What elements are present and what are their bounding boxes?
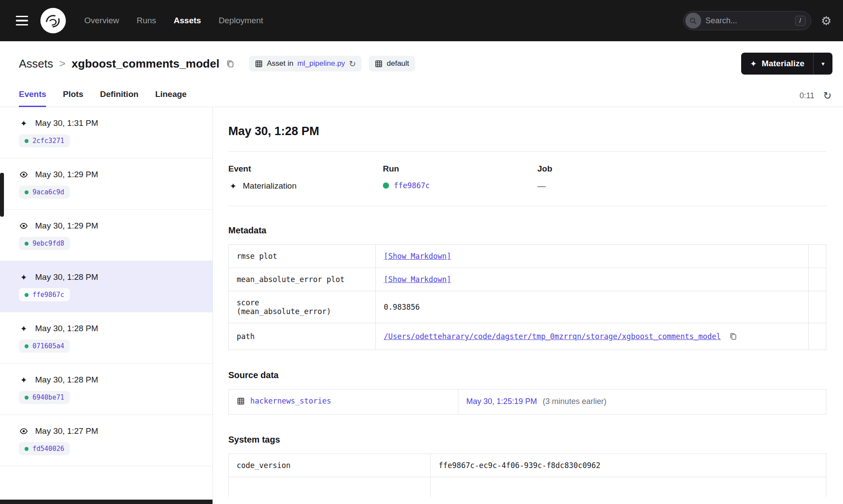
show-markdown-link[interactable]: [Show Markdown] (384, 252, 451, 261)
run-id-badge[interactable]: 9aca6c9d (19, 186, 70, 199)
event-time: May 30, 1:28 PM (35, 272, 98, 282)
nav-item-assets[interactable]: Assets (174, 16, 201, 25)
page-title: xgboost_comments_model (72, 57, 220, 71)
tab-events[interactable]: Events (19, 83, 46, 107)
tab-plots[interactable]: Plots (63, 83, 83, 107)
search-icon[interactable] (685, 13, 701, 29)
metadata-actions-cell (809, 291, 826, 323)
refresh-timer: 0:11 (800, 91, 814, 100)
dagster-logo-icon[interactable] (40, 8, 66, 33)
materialization-icon: ✦ (19, 272, 29, 282)
run-id-badge[interactable]: 2cfc3271 (19, 134, 70, 147)
event-column-label: Event (228, 164, 383, 174)
tabs-bar: Events Plots Definition Lineage 0:11 ↻ (0, 83, 843, 107)
event-list-item-selected[interactable]: ✦ May 30, 1:28 PM ffe9867c (0, 261, 213, 312)
run-status-dot (25, 190, 29, 194)
asset-group-badge[interactable]: default (369, 56, 415, 71)
system-tag-key: code_version (229, 454, 431, 477)
table-icon (237, 397, 245, 405)
event-list-item[interactable]: ✦ May 30, 1:28 PM 6940be71 (0, 364, 213, 415)
event-list-item[interactable]: ✦ May 30, 1:28 PM 071605a4 (0, 312, 213, 364)
copy-path-button[interactable] (727, 330, 739, 343)
materialization-icon: ✦ (19, 375, 29, 385)
run-id-badge[interactable]: fd540026 (19, 442, 70, 455)
search-shortcut-key: / (795, 16, 806, 26)
event-time: May 30, 1:28 PM (35, 324, 98, 333)
nav-item-deployment[interactable]: Deployment (219, 16, 263, 25)
run-id-badge[interactable]: ffe9867c (19, 288, 70, 301)
event-list-sidebar: ✦ May 30, 1:31 PM 2cfc3271 May 30, 1:29 … (0, 107, 213, 504)
metadata-key: rmse plot (229, 245, 376, 268)
source-timestamp-link[interactable]: May 30, 1:25:19 PM (466, 397, 537, 406)
refresh-icon[interactable]: ↻ (823, 91, 832, 101)
job-value: — (537, 181, 692, 191)
run-id-link[interactable]: ffe9867c (394, 181, 430, 190)
event-list-item[interactable]: May 30, 1:29 PM 9aca6c9d (0, 158, 213, 210)
run-column-label: Run (383, 164, 537, 174)
observation-eye-icon (19, 222, 29, 230)
source-asset-name: hackernews_stories (250, 397, 331, 405)
content-area: ✦ May 30, 1:31 PM 2cfc3271 May 30, 1:29 … (0, 107, 843, 504)
system-tags-table: code_version ffe9867c-ec9c-4f06-939c-f8d… (228, 454, 826, 497)
system-tag-value: ffe9867c-ec9c-4f06-939c-f8dc830c0962 (431, 454, 826, 477)
run-status-dot (25, 344, 29, 348)
event-time: May 30, 1:31 PM (35, 118, 98, 128)
system-tags-section-title: System tags (228, 435, 826, 445)
event-list-item[interactable]: May 30, 1:29 PM 9ebc9fd8 (0, 210, 213, 261)
materialization-icon: ✦ (19, 324, 29, 333)
sidebar-vertical-scrollbar[interactable] (0, 173, 4, 217)
metadata-section-title: Metadata (228, 225, 826, 236)
event-list-item[interactable]: May 30, 1:27 PM fd540026 (0, 415, 213, 466)
source-asset-link[interactable]: hackernews_stories (237, 397, 331, 405)
search-input[interactable] (706, 16, 791, 25)
event-time: May 30, 1:29 PM (35, 221, 98, 231)
tab-definition[interactable]: Definition (100, 83, 139, 107)
event-detail-heading: May 30, 1:28 PM (228, 125, 826, 138)
run-status-dot (25, 396, 29, 400)
run-id-badge[interactable]: 6940be71 (19, 391, 70, 404)
run-id-badge[interactable]: 9ebc9fd8 (19, 237, 70, 250)
menu-icon[interactable] (13, 13, 31, 29)
table-row (229, 477, 826, 497)
run-status-dot (383, 182, 389, 189)
divider (228, 206, 826, 206)
asset-location-badge: Asset in ml_pipeline.py ↻ (249, 56, 362, 71)
page-header: Assets > xgboost_comments_model Asset in… (0, 41, 843, 83)
table-row: path /Users/odetteharary/code/dagster/tm… (229, 323, 826, 350)
pipeline-file-link[interactable]: ml_pipeline.py (297, 59, 345, 68)
show-markdown-link[interactable]: [Show Markdown] (384, 275, 451, 284)
group-name-label: default (387, 59, 409, 68)
tab-lineage[interactable]: Lineage (155, 83, 187, 107)
gear-icon[interactable]: ⚙ (821, 15, 832, 27)
run-status-dot (25, 139, 29, 143)
event-time: May 30, 1:27 PM (35, 426, 98, 436)
table-row: code_version ffe9867c-ec9c-4f06-939c-f8d… (229, 454, 826, 477)
event-time: May 30, 1:28 PM (35, 375, 98, 385)
reload-code-location-icon[interactable]: ↻ (349, 60, 356, 68)
metadata-key: path (229, 323, 376, 350)
materialization-icon: ✦ (228, 181, 238, 191)
event-time: May 30, 1:29 PM (35, 170, 98, 179)
nav-item-runs[interactable]: Runs (137, 16, 156, 25)
search-box[interactable]: / (683, 11, 811, 30)
metadata-actions-cell (809, 245, 826, 268)
run-id-label: 2cfc3271 (32, 137, 64, 145)
materialize-dropdown-button[interactable]: ▾ (813, 53, 832, 75)
source-timestamp-note: (3 minutes earlier) (543, 397, 606, 406)
grid-icon (375, 60, 383, 68)
job-column-label: Job (537, 164, 692, 174)
sidebar-horizontal-scrollbar[interactable] (0, 500, 213, 504)
materialization-icon: ✦ (19, 118, 29, 128)
breadcrumb-assets-link[interactable]: Assets (19, 57, 53, 71)
run-status-dot (25, 447, 29, 451)
asset-in-label: Asset in (267, 59, 293, 68)
storage-path-link[interactable]: /Users/odetteharary/code/dagster/tmp_0mz… (384, 332, 721, 341)
event-list-item[interactable]: ✦ May 30, 1:31 PM 2cfc3271 (0, 107, 213, 158)
observation-eye-icon (19, 170, 29, 179)
run-id-badge[interactable]: 071605a4 (19, 340, 70, 353)
observation-eye-icon (19, 427, 29, 436)
copy-asset-name-button[interactable] (224, 57, 237, 70)
materialize-button[interactable]: ✦ Materialize (741, 53, 813, 75)
table-row: rmse plot [Show Markdown] (229, 245, 826, 268)
nav-item-overview[interactable]: Overview (84, 16, 119, 25)
